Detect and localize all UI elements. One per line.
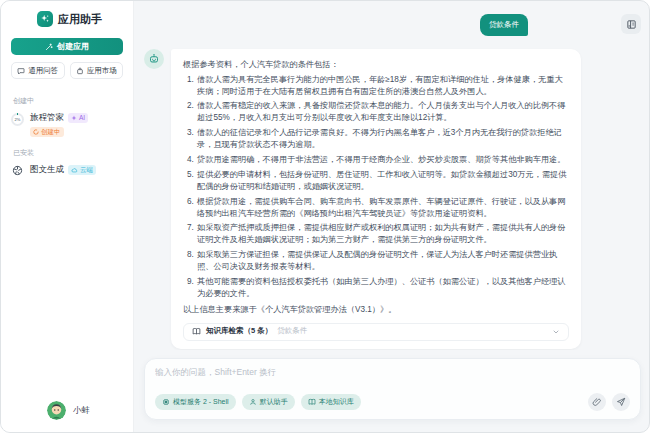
- message-input[interactable]: [155, 367, 630, 377]
- knowledge-icon: [308, 398, 316, 406]
- app-logo-sparkles-icon: [37, 11, 53, 27]
- bag-icon: [76, 67, 84, 75]
- sidebar-item-image-text-gen[interactable]: 图文生成 云端: [11, 164, 123, 177]
- user-message-bubble: 贷款条件: [480, 14, 528, 36]
- send-button[interactable]: [612, 393, 630, 411]
- general-qa-button[interactable]: 通用问答: [11, 62, 65, 79]
- chat-main: 贷款条件 根据参考资料，个人汽车贷款的条件包括： 借款人需为具有完全民事行为能力…: [134, 1, 649, 432]
- user-profile[interactable]: 小蚌: [11, 401, 123, 420]
- user-avatar: [621, 14, 641, 34]
- loan-conditions-list: 借款人需为具有完全民事行为能力的中国公民，年龄≥18岁，有固定和详细的住址，身体…: [183, 74, 569, 300]
- sidebar: 应用助手 创建应用 通用问答 应用市场 创建中: [1, 1, 134, 432]
- chat-bubble-icon: [17, 67, 25, 75]
- kb-query: 贷款条件: [277, 326, 547, 337]
- paperclip-icon: [592, 397, 602, 407]
- aperture-icon: [11, 164, 24, 177]
- list-item: 提供必要的申请材料，包括身份证明、居住证明、工作和收入证明等。如贷款金额超过30…: [196, 169, 569, 193]
- list-item: 借款人需为具有完全民事行为能力的中国公民，年龄≥18岁，有固定和详细的住址，身体…: [196, 74, 569, 98]
- list-item: 其他可能需要的资料包括授权委托书（如由第三人办理）、公证书（如需公证），以及其他…: [196, 276, 569, 300]
- list-item: 贷款用途需明确，不得用于非法营运，不得用于经商办企业、炒买炒卖股票、期货等其他非…: [196, 154, 569, 166]
- app-item-name: 图文生成: [30, 164, 64, 176]
- app-item-name: 旅程管家: [30, 112, 64, 124]
- answer-intro: 根据参考资料，个人汽车贷款的条件包括：: [183, 59, 569, 71]
- assistant-avatar: [144, 49, 164, 69]
- create-app-button[interactable]: 创建应用: [11, 38, 123, 55]
- status-badge-creating: 创建中: [30, 127, 64, 137]
- model-icon: [162, 398, 170, 406]
- list-item: 如采取第三方保证担保，需提供保证人及配偶的身份证明文件，保证人为法人客户时还需提…: [196, 249, 569, 273]
- sparkle-icon: [71, 115, 77, 121]
- composer-chips: 模型服务 2 - Shell 默认助手 本地知识库: [155, 394, 582, 410]
- sidebar-item-journey-manager[interactable]: 2% 旅程管家 AI 创建中: [11, 112, 123, 137]
- answer-source: 以上信息主要来源于《个人汽车贷款管理办法（V3.1）》。: [183, 304, 569, 316]
- cloud-icon: [71, 167, 78, 174]
- app-window: 应用助手 创建应用 通用问答 应用市场 创建中: [0, 0, 650, 433]
- user-message-row: 贷款条件: [144, 14, 641, 36]
- list-item: 根据贷款用途，需提供购车合同、购车意向书、购车发票原件、车辆登记证原件、行驶证，…: [196, 196, 569, 220]
- section-label-installed: 已安装: [13, 148, 123, 158]
- progress-ring: 2%: [11, 113, 24, 126]
- composer-toolbar: 模型服务 2 - Shell 默认助手 本地知识库: [155, 393, 630, 411]
- brand: 应用助手: [37, 11, 123, 27]
- list-item: 借款人的征信记录和个人品行记录需良好。不得为行内黑名单客户，近3个月内无在我行的…: [196, 127, 569, 151]
- assistant-icon: [249, 398, 257, 406]
- assistant-message-card: 根据参考资料，个人汽车贷款的条件包括： 借款人需为具有完全民事行为能力的中国公民…: [171, 49, 581, 349]
- paper-plane-icon: [616, 397, 626, 407]
- list-item: 如采取资产抵押或质押担保，需提供相应财产或权利的权属证明；如为共有财产，需提供共…: [196, 222, 569, 246]
- list-item: 借款人需有稳定的收入来源，具备按期偿还贷款本息的能力。个人月债务支出与个人月收入…: [196, 100, 569, 124]
- user-face-avatar: [47, 401, 66, 420]
- ai-badge: AI: [68, 113, 88, 123]
- cloud-badge: 云端: [68, 165, 96, 175]
- robot-icon: [148, 53, 160, 65]
- composer: 模型服务 2 - Shell 默认助手 本地知识库: [144, 358, 641, 420]
- kb-title: 知识库检索（5 条）: [206, 326, 272, 337]
- wand-icon: [45, 43, 53, 51]
- local-knowledge-chip[interactable]: 本地知识库: [301, 394, 361, 410]
- username: 小蚌: [73, 405, 90, 417]
- open-book-icon: [192, 327, 201, 336]
- chat-thread: 贷款条件 根据参考资料，个人汽车贷款的条件包括： 借款人需为具有完全民事行为能力…: [144, 14, 641, 350]
- default-assistant-chip[interactable]: 默认助手: [242, 394, 295, 410]
- spinner-icon: [33, 129, 39, 135]
- app-title: 应用助手: [58, 12, 102, 27]
- app-market-button[interactable]: 应用市场: [70, 62, 124, 79]
- model-service-chip[interactable]: 模型服务 2 - Shell: [155, 394, 236, 410]
- attach-button[interactable]: [588, 393, 606, 411]
- chevron-down-icon[interactable]: [552, 328, 560, 336]
- section-label-creating: 创建中: [13, 96, 123, 106]
- sidebar-nav: 通用问答 应用市场: [11, 62, 123, 79]
- browser-window-icon: [626, 19, 637, 30]
- knowledge-base-bar[interactable]: 知识库检索（5 条） 贷款条件: [183, 323, 569, 341]
- progress-value: 2%: [13, 115, 22, 124]
- assistant-message-row: 根据参考资料，个人汽车贷款的条件包括： 借款人需为具有完全民事行为能力的中国公民…: [144, 49, 641, 349]
